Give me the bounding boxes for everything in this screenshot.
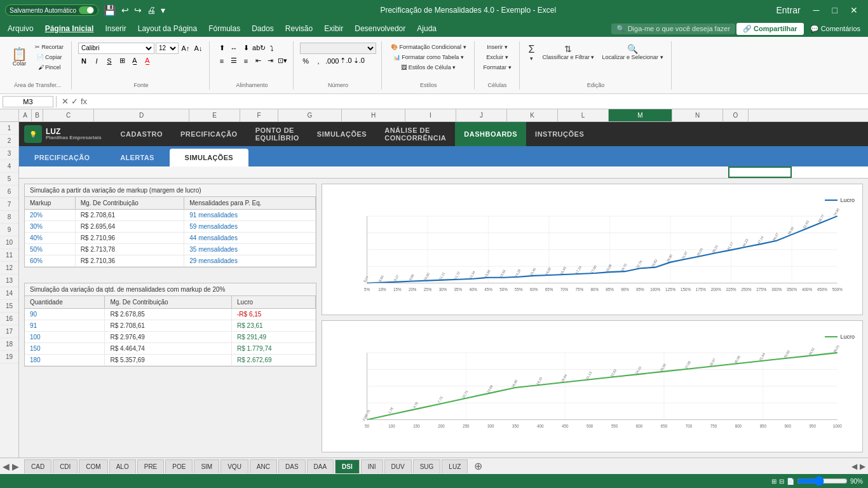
sheet-tab-sim[interactable]: SIM [194, 459, 219, 473]
sheet-tab-poe[interactable]: POE [165, 459, 193, 473]
underline-button[interactable]: S [104, 55, 115, 67]
selected-cell-m3[interactable] [728, 166, 792, 178]
table1-cell-markup-0[interactable]: 20% [25, 209, 75, 220]
decrease-font-button[interactable]: A↓ [193, 43, 204, 54]
menu-arquivo[interactable]: Arquivo [3, 23, 39, 34]
row-19[interactable]: 19 [0, 351, 18, 363]
col-header-d[interactable]: D [94, 109, 189, 121]
menu-layout[interactable]: Layout da Página [133, 23, 202, 34]
col-header-k[interactable]: K [507, 109, 558, 121]
sheet-tab-ini[interactable]: INI [361, 459, 383, 473]
align-bottom-button[interactable]: ⬇ [240, 43, 252, 54]
sum-button[interactable]: Σ ▾ [526, 43, 538, 63]
menu-dados[interactable]: Dados [247, 23, 279, 34]
table2-cell-qty-2[interactable]: 100 [25, 331, 105, 342]
print-icon[interactable]: 🖨 [147, 5, 156, 15]
close-button[interactable]: ✕ [845, 0, 863, 20]
maximize-button[interactable]: □ [827, 0, 843, 20]
row-4[interactable]: 4 [0, 160, 18, 173]
view-pagelayout-icon[interactable]: 📄 [787, 478, 794, 485]
minimize-button[interactable]: ─ [808, 0, 825, 20]
row-10[interactable]: 10 [0, 236, 18, 249]
col-header-i[interactable]: I [405, 109, 456, 121]
format-painter-button[interactable]: 🖌 Pincel [32, 63, 66, 72]
autosave-toggle[interactable]: Salvamento Automático [5, 4, 98, 16]
decrease-indent-button[interactable]: ⇤ [252, 55, 264, 67]
row-1[interactable]: 1 [0, 122, 18, 135]
nav-cadastro[interactable]: CADASTRO [112, 122, 172, 146]
sheet-scroll-right[interactable]: ▶ [860, 462, 865, 471]
align-top-button[interactable]: ⬆ [216, 43, 227, 54]
row-5[interactable]: 5 [0, 173, 18, 186]
row-11[interactable]: 11 [0, 249, 18, 262]
row-13[interactable]: 13 [0, 274, 18, 287]
table1-cell-mensalidades-3[interactable]: 35 mensalidades [184, 243, 316, 255]
col-header-n[interactable]: N [672, 109, 723, 121]
table1-cell-mensalidades-0[interactable]: 91 mensalidades [184, 209, 316, 220]
orientation-button[interactable]: ab↻ [252, 43, 266, 54]
table1-cell-markup-3[interactable]: 50% [25, 243, 75, 255]
font-color-button[interactable]: A̲ [142, 55, 153, 67]
sheet-tab-das[interactable]: DAS [278, 459, 306, 473]
cell-styles-button[interactable]: 🖼 Estilos de Célula ▾ [388, 63, 469, 72]
table1-cell-mg-4[interactable]: R$ 2.710,36 [75, 255, 184, 266]
sheet-tab-dsi[interactable]: DSI [335, 459, 360, 473]
col-header-m[interactable]: M [609, 109, 672, 121]
table2-cell-qty-3[interactable]: 150 [25, 342, 105, 354]
col-header-h[interactable]: H [342, 109, 405, 121]
autosave-switch[interactable] [79, 6, 94, 14]
sheet-tab-cdi[interactable]: CDI [53, 459, 78, 473]
thousands-button[interactable]: .000 [325, 55, 339, 67]
sub-tab-simulacoes[interactable]: SIMULAÇÕES [170, 149, 248, 166]
zoom-slider[interactable] [797, 478, 848, 484]
cancel-formula-icon[interactable]: ✕ [62, 97, 69, 106]
row-15[interactable]: 15 [0, 300, 18, 313]
view-pagebreak-icon[interactable]: ⊟ [779, 478, 784, 485]
align-right-button[interactable]: ≡ [240, 55, 252, 67]
conditional-format-button[interactable]: 🎨 Formatação Condicional ▾ [388, 43, 469, 51]
table2-cell-lucro-1[interactable]: R$ 23,61 [232, 320, 316, 331]
table2-cell-lucro-4[interactable]: R$ 2.672,69 [232, 354, 316, 365]
percent-button[interactable]: % [300, 55, 311, 67]
nav-dashboards[interactable]: DASHBOARDS [455, 122, 526, 146]
table1-cell-mensalidades-2[interactable]: 44 mensalidades [184, 232, 316, 243]
row-6[interactable]: 6 [0, 186, 18, 198]
increase-decimal-button[interactable]: ⇡.0 [340, 55, 351, 67]
row-17[interactable]: 17 [0, 325, 18, 338]
table2-cell-mg-4[interactable]: R$ 5.357,69 [105, 354, 232, 365]
insert-function-icon[interactable]: fx [81, 97, 87, 106]
find-select-button[interactable]: 🔍 Localizar e Selecionar ▾ [600, 43, 666, 63]
view-normal-icon[interactable]: ⊞ [771, 478, 776, 485]
nav-precificacao[interactable]: PRECIFICAÇÃO [172, 122, 247, 146]
col-header-b[interactable]: B [32, 109, 43, 121]
font-name-select[interactable]: Calibri [78, 43, 154, 54]
insert-cells-button[interactable]: Inserir ▾ [481, 43, 514, 51]
table1-cell-mg-1[interactable]: R$ 2.695,64 [75, 220, 184, 232]
row-7[interactable]: 7 [0, 198, 18, 211]
menu-exibir[interactable]: Exibir [319, 23, 348, 34]
paste-button[interactable]: 📋 Colar [9, 46, 30, 68]
row-12[interactable]: 12 [0, 262, 18, 274]
row-16[interactable]: 16 [0, 313, 18, 325]
comments-button[interactable]: 💬 Comentários [805, 24, 865, 34]
sheet-scroll-left[interactable]: ◀ [851, 462, 857, 471]
add-sheet-button[interactable]: ⊕ [469, 460, 487, 472]
format-table-button[interactable]: 📊 Formatar como Tabela ▾ [388, 53, 469, 62]
number-format-select[interactable] [300, 43, 376, 54]
sheet-tab-vqu[interactable]: VQU [220, 459, 248, 473]
merge-center-button[interactable]: ⊡▾ [276, 55, 288, 67]
row-14[interactable]: 14 [0, 287, 18, 300]
delete-cells-button[interactable]: Excluir ▾ [481, 53, 514, 62]
sheet-tab-pre[interactable]: PRE [137, 459, 165, 473]
sheet-tab-sug[interactable]: SUG [413, 459, 441, 473]
row-9[interactable]: 9 [0, 224, 18, 236]
enter-button[interactable]: Entrar [771, 0, 805, 20]
table2-cell-lucro-2[interactable]: R$ 291,49 [232, 331, 316, 342]
nav-instrucoes[interactable]: INSTRUÇÕES [526, 122, 593, 146]
italic-button[interactable]: I [91, 55, 102, 67]
col-header-a[interactable]: A [19, 109, 32, 121]
increase-indent-button[interactable]: ⇥ [264, 55, 276, 67]
table2-cell-mg-1[interactable]: R$ 2.708,61 [105, 320, 232, 331]
bold-button[interactable]: N [78, 55, 90, 67]
increase-font-button[interactable]: A↑ [180, 43, 191, 54]
